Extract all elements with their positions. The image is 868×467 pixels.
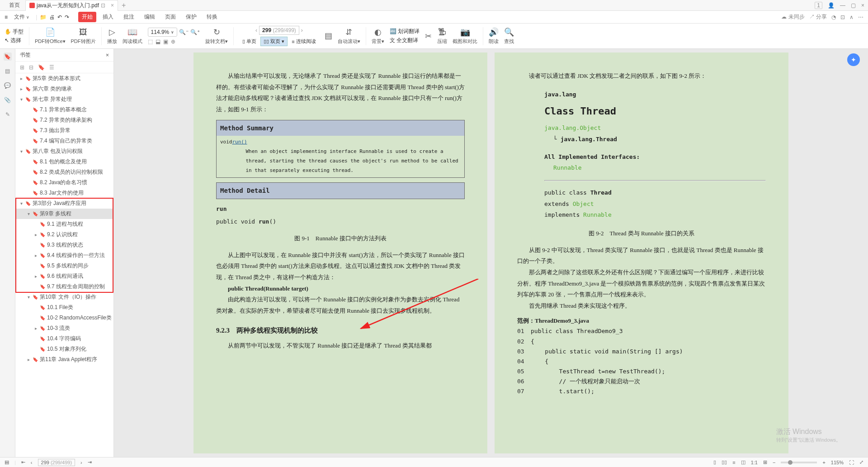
view-continuous[interactable]: ≡连续阅读: [288, 37, 319, 46]
tool-rotate[interactable]: ↻旋转文档▾: [205, 27, 228, 45]
bookmark-item[interactable]: ▾🔖第3部分 Java程序应用: [15, 198, 113, 209]
tool-nav[interactable]: ▤: [325, 31, 332, 42]
collapse-all-icon[interactable]: ⊟: [29, 64, 33, 71]
bookmark-tree[interactable]: ▸🔖第5章 类的基本形式▸🔖第六章 类的继承▾🔖第七章 异常处理🔖7.1 异常的…: [15, 73, 113, 457]
redo-icon[interactable]: ↷: [65, 14, 69, 20]
bookmark-item[interactable]: 🔖10-2 RandomAccessFile类: [15, 313, 113, 323]
pages-badge[interactable]: 1: [815, 2, 822, 9]
collapse-ribbon-icon[interactable]: ∧: [849, 14, 854, 20]
tool-pdf-to-image[interactable]: 🖼PDF转图片: [71, 28, 96, 45]
open-icon[interactable]: 📁: [40, 14, 47, 20]
bookmark-item[interactable]: ▸🔖9.2 认识线程: [15, 229, 113, 240]
object-link[interactable]: java.lang.Object: [544, 124, 601, 131]
bookmark-item[interactable]: ▸🔖9.6 线程间通讯: [15, 271, 113, 281]
bookmark-item[interactable]: 🔖10.1 File类: [15, 302, 113, 313]
tool-play[interactable]: ▷播放: [107, 27, 117, 45]
tool-crop[interactable]: 📷截图和对比: [453, 27, 477, 45]
tool-full-translate[interactable]: 文 全文翻译: [390, 37, 420, 44]
menu-start[interactable]: 开始: [78, 12, 96, 22]
tab-file[interactable]: java从一无所知到入门.pdf ⊡ ×: [25, 0, 118, 11]
tool-autoscroll[interactable]: ⇵自动滚动▾: [338, 27, 360, 45]
bookmark-item[interactable]: 🔖9.1 进程与线程: [15, 219, 113, 229]
undo-icon[interactable]: ↶: [57, 14, 62, 20]
close-window-icon[interactable]: ×: [861, 2, 864, 9]
share-button[interactable]: ↗ 分享: [809, 13, 827, 21]
bookmark-item[interactable]: 🔖8.2 类成员的访问控制权限: [15, 167, 113, 177]
extends-link[interactable]: Object: [573, 200, 594, 207]
add-bookmark-icon[interactable]: 🔖: [38, 64, 45, 71]
skin-icon[interactable]: ◔: [831, 14, 836, 20]
actual-size-icon[interactable]: ▣: [163, 38, 168, 45]
sb-zoom-slider[interactable]: [781, 462, 817, 463]
tool-readaloud[interactable]: 🔊朗读: [489, 27, 499, 45]
thumbnail-panel-icon[interactable]: ▤: [4, 67, 12, 75]
bookmark-item[interactable]: ▸🔖第11章 Java Applet程序: [15, 354, 113, 365]
print-icon[interactable]: 🖨: [49, 14, 55, 20]
sb-more-icon[interactable]: ⤢: [859, 459, 863, 465]
tool-select[interactable]: ↖选择: [5, 37, 24, 44]
sync-status[interactable]: ☁ 未同步: [781, 13, 804, 21]
menu-insert[interactable]: 插入: [99, 12, 117, 22]
sb-next-icon[interactable]: ›: [80, 460, 82, 465]
zoom-out-icon[interactable]: 🔍⁻: [179, 29, 189, 35]
sb-panel-icon[interactable]: ▤: [5, 459, 9, 465]
minimize-icon[interactable]: —: [840, 2, 845, 9]
maximize-icon[interactable]: ▢: [851, 2, 856, 9]
bookmark-item[interactable]: ▸🔖第六章 类的继承: [15, 84, 113, 94]
sb-fullscreen-icon[interactable]: ⛶: [849, 460, 854, 465]
zoom-in-icon[interactable]: 🔍⁺: [190, 29, 200, 35]
assistant-button[interactable]: ✦: [847, 53, 860, 66]
bookmark-item[interactable]: ▸🔖第5章 类的基本形式: [15, 73, 113, 84]
hamburger-icon[interactable]: ≡: [5, 14, 8, 20]
bookmark-item[interactable]: ▸🔖10-3 流类: [15, 323, 113, 334]
sb-fit-icon[interactable]: 1:1: [751, 460, 758, 465]
bookmark-item[interactable]: 🔖8.1 包的概念及使用: [15, 157, 113, 167]
sb-prev-icon[interactable]: ‹: [31, 460, 33, 465]
fit-width-icon[interactable]: ⬚: [148, 38, 153, 45]
implements-link[interactable]: Runnable: [583, 211, 612, 218]
bookmark-item[interactable]: 🔖7.2 异常类的继承架构: [15, 115, 113, 125]
new-tab-button[interactable]: +: [118, 1, 129, 10]
tab-home[interactable]: 首页: [4, 0, 25, 11]
sb-view4-icon[interactable]: ◫: [741, 459, 745, 465]
page-next-icon[interactable]: ›: [301, 27, 303, 33]
sb-grid-icon[interactable]: ⊞: [763, 459, 767, 465]
bookmark-item[interactable]: ▾🔖第10章 文件（IO）操作: [15, 292, 113, 302]
sb-page-input[interactable]: 299 (299/499): [38, 459, 75, 466]
tool-extract[interactable]: ✂: [425, 31, 432, 41]
attachment-panel-icon[interactable]: 📎: [4, 96, 12, 104]
tool-pdf-to-office[interactable]: 📄PDF转Office▾: [35, 27, 66, 45]
close-icon[interactable]: ×: [111, 2, 114, 9]
bookmark-item[interactable]: 🔖7.3 抛出异常: [15, 125, 113, 136]
sb-zoom-out-icon[interactable]: −: [773, 460, 775, 465]
sb-zoom-in-icon[interactable]: +: [822, 460, 825, 465]
bookmark-item[interactable]: 🔖9.7 线程生命周期的控制: [15, 281, 113, 292]
bookmark-item[interactable]: ▸🔖9.4 线程操作的一些方法: [15, 250, 113, 261]
bookmark-options-icon[interactable]: ☰: [49, 64, 54, 71]
bookmark-item[interactable]: ▾🔖第八章 包及访问权限: [15, 146, 113, 157]
bookmark-item[interactable]: 🔖9.3 线程的状态: [15, 240, 113, 250]
page-input[interactable]: 299 (299/499): [259, 26, 299, 35]
sb-first-icon[interactable]: ⇤: [21, 459, 25, 465]
tool-find[interactable]: 🔍查找: [504, 27, 514, 45]
bookmark-item[interactable]: 🔖8.3 Jar文件的使用: [15, 188, 113, 198]
bookmark-item[interactable]: ▾🔖第七章 异常处理: [15, 94, 113, 105]
avatar[interactable]: 👤: [828, 2, 835, 9]
menu-page[interactable]: 页面: [161, 12, 179, 22]
bookmark-item[interactable]: 🔖9.5 多线程的同步: [15, 261, 113, 271]
run-link[interactable]: run(): [232, 139, 247, 145]
sb-last-icon[interactable]: ⇥: [88, 459, 92, 465]
page-prev-icon[interactable]: ‹: [255, 27, 257, 33]
menu-protect[interactable]: 保护: [182, 12, 200, 22]
comment-panel-icon[interactable]: 💬: [4, 81, 12, 90]
menu-convert[interactable]: 转换: [203, 12, 221, 22]
fit-page-icon[interactable]: ⊕: [171, 38, 175, 45]
bookmark-panel-icon[interactable]: 🔖: [4, 52, 12, 61]
tool-compress[interactable]: 🗜压缩: [437, 28, 447, 45]
sb-view2-icon[interactable]: ▯▯: [722, 459, 727, 465]
feedback-icon[interactable]: ⊡: [840, 14, 845, 20]
tool-background[interactable]: ◐背景▾: [372, 27, 384, 45]
tab-pin-icon[interactable]: ⊡: [101, 2, 105, 9]
bookmark-item[interactable]: ▾🔖第9章 多线程: [15, 209, 113, 219]
view-single[interactable]: ▯单页: [239, 37, 259, 46]
